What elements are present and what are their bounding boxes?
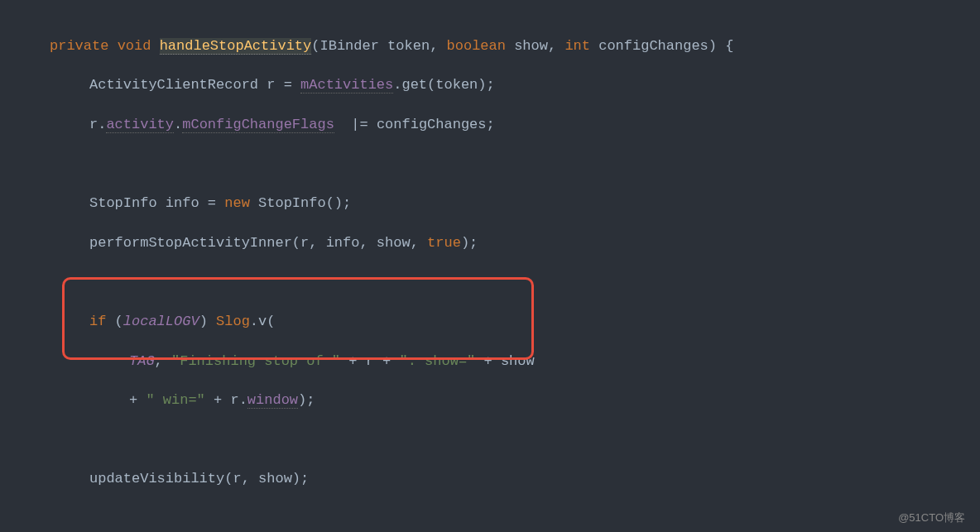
method-name: handleStopActivity [160,38,312,55]
code-line: TAG, "Finishing stop of " + r + ": show=… [0,352,980,371]
code-line: private void handleStopActivity(IBinder … [0,36,980,56]
string-literal: ": show=" [399,353,475,369]
code-line: r.activity.mConfigChangeFlags |= configC… [0,115,980,135]
watermark: @51CTO博客 [898,510,965,525]
blank-line [0,272,980,292]
static-field: localLOGV [123,314,199,329]
blank-line [0,155,980,175]
static-field: TAG [129,353,155,369]
blank-line [0,430,980,450]
code-line: StopInfo info = new StopInfo(); [0,194,980,213]
keyword-private: private [50,38,108,54]
code-line: updateVisibility(r, show); [0,469,980,489]
code-editor[interactable]: private void handleStopActivity(IBinder … [0,0,980,532]
keyword-void: void [118,38,151,54]
field-ref: mConfigChangeFlags [182,117,334,133]
code-line: + " win=" + r.window); [0,391,980,410]
field-ref: mActivities [300,77,393,93]
field-ref: window [247,392,298,409]
string-literal: " win=" [146,392,204,408]
code-line: if (localLOGV) Slog.v( [0,312,980,332]
class-ref: Slog [216,314,250,329]
code-line: ActivityClientRecord r = mActivities.get… [0,75,980,95]
blank-line [0,509,980,529]
field-ref: activity [106,117,174,133]
string-literal: "Finishing stop of " [171,353,340,369]
code-line: performStopActivityInner(r, info, show, … [0,233,980,253]
